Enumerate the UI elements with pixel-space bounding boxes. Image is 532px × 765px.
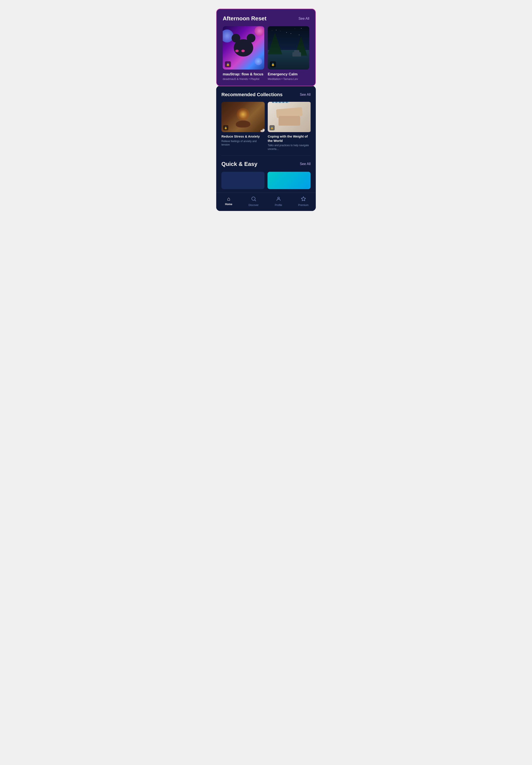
mau5trap-lock-badge: 🔒	[225, 61, 231, 67]
quick-title: Quick & Easy	[221, 161, 257, 167]
recommended-header: Recommended Collections See All	[221, 92, 311, 98]
profile-label: Profile	[275, 204, 282, 207]
quick-card-1[interactable]	[221, 172, 264, 189]
bowl	[235, 120, 251, 128]
quick-header: Quick & Easy See All	[221, 161, 311, 167]
premium-icon	[301, 196, 306, 202]
emergency-calm-title: Emergency Calm	[268, 72, 309, 76]
nav-premium[interactable]: Premium	[295, 196, 312, 207]
nav-discover[interactable]: Discover	[245, 196, 262, 207]
mau5trap-card[interactable]: 🔒 mau5trap: flow & focus deadmau5 & frie…	[223, 26, 264, 81]
quick-card-2-teal[interactable]	[268, 172, 311, 189]
quick-easy-section: Quick & Easy See All	[216, 156, 316, 193]
mau5trap-subtitle: deadmau5 & friends • Playlist	[223, 77, 264, 81]
eye-left	[235, 50, 239, 52]
eyes	[235, 50, 245, 52]
main-app-card: Recommended Collections See All	[216, 86, 316, 211]
candle-glow	[237, 108, 250, 121]
lock-icon: 🔒	[226, 63, 230, 66]
afternoon-cards-row: 🔒 mau5trap: flow & focus deadmau5 & frie…	[223, 26, 309, 81]
orb-light-blue	[255, 58, 262, 65]
bottom-nav: ⌂ Home Discover	[216, 193, 316, 211]
afternoon-section-header: Afternoon Reset See All	[223, 15, 309, 22]
premium-label: Premium	[298, 204, 308, 207]
nav-home[interactable]: ⌂ Home	[220, 196, 237, 207]
svg-line-1	[255, 200, 256, 201]
afternoon-reset-card: Afternoon Reset See All	[216, 9, 316, 86]
lock-icon-4: 🔒	[271, 127, 274, 129]
car	[292, 52, 301, 57]
svg-marker-3	[301, 197, 306, 201]
discover-icon	[251, 196, 256, 202]
coping-title: Coping with the Weight of the World	[268, 134, 311, 143]
afternoon-title: Afternoon Reset	[223, 15, 266, 22]
collection-cards-row: 🔒 Reduce Stress & Anxiety Relieve feelin…	[221, 102, 311, 151]
coping-card[interactable]: 🔒 Coping with the Weight of the World Ta…	[268, 102, 311, 151]
home-label: Home	[225, 203, 232, 206]
recommended-title: Recommended Collections	[221, 92, 282, 98]
emergency-calm-lock-badge: 🔒	[270, 61, 276, 67]
profile-icon	[276, 196, 281, 202]
quick-see-all[interactable]: See All	[300, 162, 311, 166]
star	[280, 31, 281, 31]
star	[299, 35, 299, 35]
reduce-stress-thumb: 🔒	[221, 102, 265, 132]
discover-label: Discover	[248, 204, 259, 207]
dj-figure	[230, 33, 256, 63]
reduce-stress-desc: Relieve feelings of anxiety and tension	[221, 140, 265, 147]
recommended-section: Recommended Collections See All	[216, 86, 316, 155]
hand-bottom	[279, 116, 300, 126]
coping-desc: Talks and practices to help navigate unc…	[268, 144, 311, 151]
home-icon: ⌂	[227, 196, 230, 202]
car-top	[294, 50, 299, 53]
reduce-stress-lock: 🔒	[223, 125, 228, 130]
shirt	[272, 102, 289, 103]
lock-icon-3: 🔒	[224, 127, 227, 129]
hands	[276, 108, 302, 126]
emergency-calm-card[interactable]: 🔒 Emergency Calm Meditation • Tamara Lev	[268, 26, 309, 81]
star	[286, 32, 287, 33]
phone-container: Afternoon Reset See All	[216, 9, 316, 211]
mau5trap-thumb: 🔒	[223, 26, 264, 70]
emergency-calm-subtitle: Meditation • Tamara Lev	[268, 77, 309, 81]
coping-lock: 🔒	[269, 125, 275, 130]
mau5trap-title: mau5trap: flow & focus	[223, 72, 264, 76]
reduce-stress-card[interactable]: 🔒 Reduce Stress & Anxiety Relieve feelin…	[221, 102, 265, 151]
coping-thumb: 🔒	[268, 102, 311, 132]
quick-cards-row	[221, 172, 311, 189]
emergency-calm-thumb: 🔒	[268, 26, 309, 70]
lock-icon-2: 🔒	[271, 63, 275, 66]
head	[234, 39, 253, 57]
afternoon-see-all[interactable]: See All	[299, 17, 309, 21]
star	[301, 28, 302, 29]
star	[291, 33, 291, 34]
eye-right	[241, 50, 245, 52]
svg-point-2	[278, 197, 279, 199]
nav-profile[interactable]: Profile	[270, 196, 287, 207]
recommended-see-all[interactable]: See All	[300, 93, 311, 97]
star	[276, 30, 276, 30]
reduce-stress-title: Reduce Stress & Anxiety	[221, 134, 265, 139]
